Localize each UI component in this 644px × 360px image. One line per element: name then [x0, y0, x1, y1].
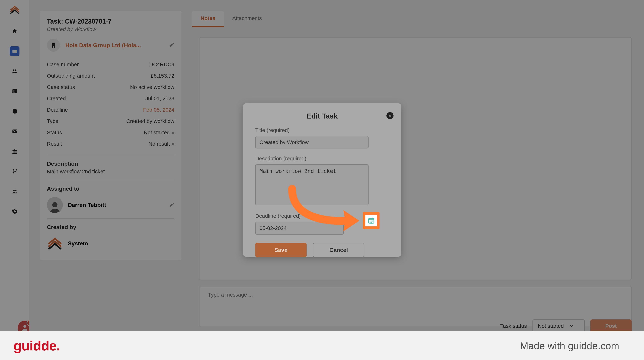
- case-status-value: No active workflow: [130, 84, 174, 90]
- modal-close-button[interactable]: [386, 112, 394, 119]
- svg-point-13: [23, 325, 26, 328]
- assignee-avatar-icon: [47, 197, 63, 213]
- modal-save-button[interactable]: Save: [255, 243, 306, 257]
- description-body: Main workflow 2nd ticket: [47, 168, 174, 175]
- task-card: Task: CW-20230701-7 Created by Workflow …: [40, 11, 182, 260]
- svg-rect-17: [52, 45, 53, 45]
- modal-cancel-button[interactable]: Cancel: [313, 243, 364, 257]
- svg-rect-0: [12, 50, 17, 53]
- svg-point-20: [52, 202, 57, 207]
- svg-rect-25: [370, 222, 370, 223]
- assigned-heading: Assigned to: [47, 185, 174, 192]
- svg-rect-1: [13, 51, 16, 51]
- message-input[interactable]: [208, 292, 623, 298]
- svg-rect-22: [370, 221, 370, 221]
- chevron-down-icon: [569, 324, 574, 328]
- outstanding-value: £8,153.72: [151, 73, 174, 79]
- svg-rect-26: [371, 222, 372, 223]
- svg-point-2: [13, 70, 14, 71]
- type-label: Type: [47, 118, 58, 124]
- modal-desc-label: Description (required): [255, 156, 389, 162]
- result-dot-icon: [172, 143, 174, 145]
- tab-notes[interactable]: Notes: [192, 11, 224, 27]
- status-label: Status: [47, 130, 62, 136]
- description-heading: Description: [47, 161, 174, 167]
- system-logo-icon: [47, 235, 63, 251]
- tab-attachments[interactable]: Attachments: [224, 11, 270, 27]
- task-status-select[interactable]: Not started: [532, 319, 585, 332]
- modal-desc-textarea[interactable]: [255, 164, 368, 205]
- status-dot-icon: [172, 132, 174, 134]
- post-button[interactable]: Post: [590, 319, 632, 332]
- case-number-value: DC4RDC9: [149, 62, 174, 68]
- svg-rect-19: [53, 46, 54, 48]
- modal-deadline-input[interactable]: [255, 222, 344, 235]
- svg-point-10: [16, 169, 17, 170]
- guidde-footer: guidde. Made with guidde.com: [0, 331, 644, 360]
- modal-title: Edit Task: [255, 112, 389, 120]
- outstanding-label: Outstanding amount: [47, 73, 95, 79]
- svg-rect-16: [54, 44, 54, 44]
- svg-rect-23: [371, 221, 372, 221]
- close-icon: [388, 114, 392, 118]
- building-icon: [47, 39, 60, 52]
- type-value: Created by workflow: [126, 118, 174, 124]
- result-label: Result: [47, 141, 62, 147]
- edit-task-modal: Edit Task Title (required) Description (…: [243, 103, 401, 257]
- calendar-picker-button[interactable]: [365, 215, 377, 226]
- nav-mail-icon[interactable]: [10, 126, 20, 136]
- createdby-heading: Created by: [47, 224, 174, 230]
- footer-row: Task status Not started Post: [199, 320, 632, 332]
- svg-rect-18: [54, 45, 54, 45]
- deadline-label: Deadline: [47, 107, 68, 113]
- task-title: Task: CW-20230701-7: [47, 18, 174, 25]
- svg-point-3: [15, 70, 16, 71]
- calendar-highlight: [363, 212, 380, 229]
- nav-contact-icon[interactable]: [10, 86, 20, 96]
- edit-assignee-button[interactable]: [169, 202, 174, 208]
- nav-people-icon[interactable]: [10, 66, 20, 76]
- modal-title-field-label: Title (required): [255, 127, 389, 133]
- svg-point-11: [13, 190, 15, 191]
- svg-rect-4: [12, 89, 17, 93]
- createdby-name: System: [68, 240, 88, 247]
- svg-point-5: [13, 90, 14, 92]
- status-value: Not started: [144, 130, 174, 136]
- svg-rect-24: [372, 221, 373, 221]
- assignee-name: Darren Tebbitt: [68, 202, 106, 208]
- nav-database-icon[interactable]: [10, 106, 20, 116]
- task-subtitle: Created by Workflow: [47, 26, 174, 32]
- guidde-made-with: Made with guidde.com: [520, 340, 619, 351]
- svg-point-12: [15, 190, 16, 191]
- nav-cases-icon[interactable]: [10, 46, 20, 56]
- nav-branch-icon[interactable]: [10, 166, 20, 176]
- deadline-value: Feb 05, 2024: [143, 107, 174, 113]
- created-value: Jul 01, 2023: [146, 96, 174, 102]
- nav-settings-icon[interactable]: [10, 206, 20, 216]
- svg-point-8: [12, 169, 14, 170]
- nav-team-icon[interactable]: [10, 186, 20, 196]
- tab-row: Notes Attachments: [192, 11, 270, 27]
- created-label: Created: [47, 96, 66, 102]
- nav-bank-icon[interactable]: [10, 146, 20, 156]
- case-number-label: Case number: [47, 62, 79, 68]
- nav-home-icon[interactable]: [10, 26, 20, 36]
- guidde-logo: guidde.: [14, 338, 60, 353]
- calendar-icon: [368, 217, 375, 224]
- edit-company-button[interactable]: [169, 42, 174, 48]
- result-value: No result: [148, 141, 174, 147]
- modal-title-input[interactable]: [255, 136, 368, 148]
- svg-rect-15: [52, 44, 53, 44]
- sidebar: 2: [0, 0, 29, 331]
- case-status-label: Case status: [47, 84, 75, 90]
- app-logo-icon: [8, 4, 21, 16]
- task-status-label: Task status: [500, 323, 527, 329]
- company-link[interactable]: Hola Data Group Ltd (Hola...: [65, 42, 164, 49]
